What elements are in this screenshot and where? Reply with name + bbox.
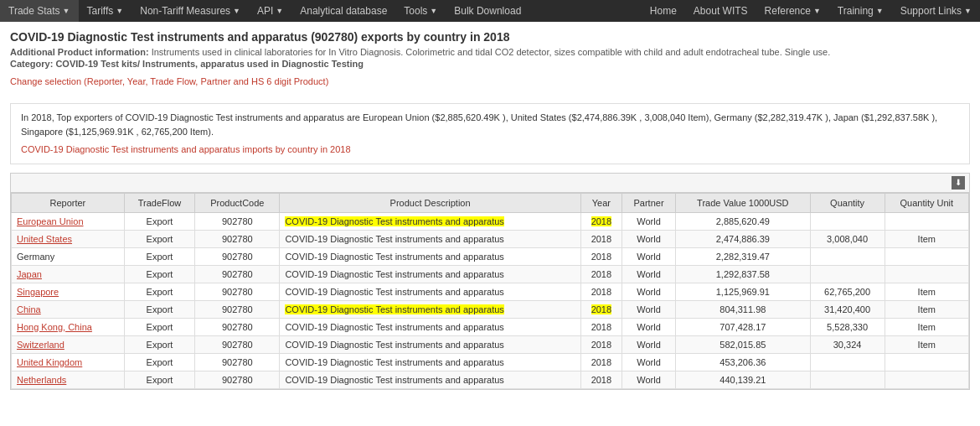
trade-value-cell: 453,206.36 (676, 353, 810, 371)
table-row: SingaporeExport902780COVID-19 Diagnostic… (12, 283, 969, 300)
nav-about[interactable]: About WITS (685, 0, 756, 22)
year-highlight: 2018 (591, 216, 611, 226)
col-year: Year (580, 193, 622, 212)
reporter-cell: United States (12, 230, 125, 247)
product-info: Additional Product information: Instrume… (10, 47, 970, 57)
reporter-cell: United Kingdom (12, 353, 125, 371)
quantity-cell: 5,528,330 (810, 318, 885, 335)
reporter-cell: Germany (12, 247, 125, 265)
nav-tools[interactable]: Tools ▼ (395, 0, 446, 22)
col-productcode: ProductCode (195, 193, 280, 212)
col-partner: Partner (622, 193, 675, 212)
reporter-cell: China (12, 300, 125, 318)
year-cell: 2018 (580, 335, 622, 353)
nav-reference[interactable]: Reference ▼ (756, 0, 829, 22)
year-cell: 2018 (580, 212, 622, 230)
product-info-text: Instruments used in clinical laboratorie… (152, 47, 831, 57)
col-quantity: Quantity (810, 193, 885, 212)
change-selection-link[interactable]: Change selection (Reporter, Year, Trade … (10, 76, 328, 86)
nav-analytical[interactable]: Analytical database (291, 0, 395, 22)
nav-training[interactable]: Training ▼ (829, 0, 892, 22)
quantity-cell: 31,420,400 (810, 300, 885, 318)
nav-non-tariff[interactable]: Non-Tariff Measures ▼ (132, 0, 249, 22)
productcode-cell: 902780 (195, 353, 280, 371)
nav-bulk-download[interactable]: Bulk Download (446, 0, 529, 22)
nav-api[interactable]: API ▼ (249, 0, 291, 22)
product-desc-cell: COVID-19 Diagnostic Test instruments and… (280, 300, 580, 318)
export-icon[interactable]: ⬇ (952, 176, 965, 190)
main-nav: Trade Stats ▼ Tariffs ▼ Non-Tariff Measu… (0, 0, 980, 22)
nav-home[interactable]: Home (642, 0, 685, 22)
reporter-link[interactable]: Singapore (17, 287, 59, 297)
reporter-cell: Switzerland (12, 335, 125, 353)
year-cell: 2018 (580, 371, 622, 388)
year-cell: 2018 (580, 230, 622, 247)
col-trade-value: Trade Value 1000USD (676, 193, 810, 212)
productcode-cell: 902780 (195, 212, 280, 230)
training-arrow: ▼ (876, 7, 884, 15)
partner-cell: World (622, 318, 675, 335)
quantity-cell: 62,765,200 (810, 283, 885, 300)
table-row: United StatesExport902780COVID-19 Diagno… (12, 230, 969, 247)
year-cell: 2018 (580, 300, 622, 318)
partner-cell: World (622, 335, 675, 353)
trade-value-cell: 440,139.21 (676, 371, 810, 388)
data-table-container: ⬇ Reporter TradeFlow ProductCode Product… (10, 173, 970, 390)
product-desc-cell: COVID-19 Diagnostic Test instruments and… (280, 335, 580, 353)
reporter-link[interactable]: European Union (17, 216, 84, 226)
data-table: Reporter TradeFlow ProductCode Product D… (11, 193, 969, 389)
trade-value-cell: 2,885,620.49 (676, 212, 810, 230)
nav-trade-stats[interactable]: Trade Stats ▼ (0, 0, 79, 22)
quantity-unit-cell (885, 371, 968, 388)
quantity-cell: 3,008,040 (810, 230, 885, 247)
reporter-link[interactable]: United Kingdom (17, 357, 82, 367)
tradeflow-cell: Export (124, 230, 195, 247)
quantity-unit-cell: Item (885, 300, 968, 318)
partner-cell: World (622, 371, 675, 388)
quantity-unit-cell (885, 247, 968, 265)
tradeflow-cell: Export (124, 353, 195, 371)
category-text: COVID-19 Test kits/ Instruments, apparat… (55, 59, 364, 69)
api-arrow: ▼ (276, 7, 283, 15)
category-label: Category: (10, 59, 53, 69)
reporter-link[interactable]: China (17, 304, 41, 314)
trade-value-cell: 2,474,886.39 (676, 230, 810, 247)
col-reporter: Reporter (12, 193, 125, 212)
reporter-link[interactable]: Japan (17, 269, 42, 279)
reporter-cell: Netherlands (12, 371, 125, 388)
productcode-cell: 902780 (195, 230, 280, 247)
table-header-row: Reporter TradeFlow ProductCode Product D… (12, 193, 969, 212)
tradeflow-cell: Export (124, 247, 195, 265)
nav-support[interactable]: Support Links ▼ (892, 0, 980, 22)
productcode-cell: 902780 (195, 318, 280, 335)
nav-tariffs[interactable]: Tariffs ▼ (79, 0, 132, 22)
reporter-link[interactable]: Netherlands (17, 375, 66, 385)
quantity-unit-cell: Item (885, 318, 968, 335)
category-info: Category: COVID-19 Test kits/ Instrument… (10, 59, 970, 69)
trade-stats-arrow: ▼ (63, 7, 70, 15)
reporter-link[interactable]: Hong Kong, China (17, 322, 92, 332)
nav-right: Home About WITS Reference ▼ Training ▼ S… (642, 0, 980, 22)
year-cell: 2018 (580, 283, 622, 300)
year-cell: 2018 (580, 353, 622, 371)
quantity-unit-cell (885, 353, 968, 371)
tradeflow-cell: Export (124, 212, 195, 230)
product-desc-cell: COVID-19 Diagnostic Test instruments and… (280, 371, 580, 388)
imports-link[interactable]: COVID-19 Diagnostic Test instruments and… (21, 143, 351, 157)
tariffs-arrow: ▼ (116, 7, 123, 15)
partner-cell: World (622, 212, 675, 230)
product-desc-cell: COVID-19 Diagnostic Test instruments and… (280, 318, 580, 335)
reporter-link[interactable]: Switzerland (17, 340, 64, 350)
support-arrow: ▼ (964, 7, 972, 15)
productcode-cell: 902780 (195, 335, 280, 353)
tools-arrow: ▼ (430, 7, 437, 15)
summary-text: In 2018, Top exporters of COVID-19 Diagn… (21, 111, 959, 138)
reporter-link[interactable]: United States (17, 234, 72, 244)
quantity-cell: 30,324 (810, 335, 885, 353)
quantity-unit-cell: Item (885, 283, 968, 300)
year-highlight: 2018 (591, 304, 611, 314)
partner-cell: World (622, 247, 675, 265)
table-row: United KingdomExport902780COVID-19 Diagn… (12, 353, 969, 371)
info-box: In 2018, Top exporters of COVID-19 Diagn… (10, 103, 970, 164)
reporter-cell: Hong Kong, China (12, 318, 125, 335)
